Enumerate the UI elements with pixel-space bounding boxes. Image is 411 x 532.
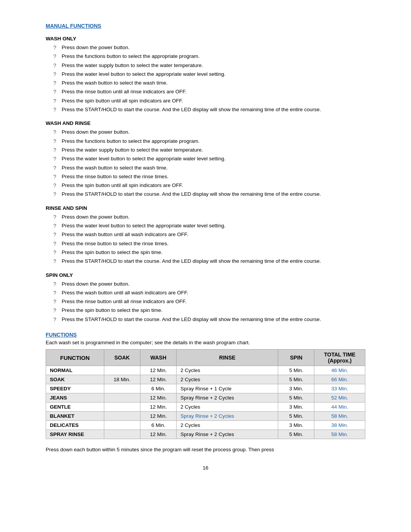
bullet-icon: ?	[53, 53, 60, 60]
page-number: 16	[46, 465, 365, 471]
bullet-icon: ?	[53, 97, 60, 105]
td-function: SPRAY RINSE	[46, 430, 104, 439]
td-rinse: 2 Cycles	[177, 375, 278, 384]
wash-and-rinse-section: WASH AND RINSE ?Press down the power but…	[46, 120, 365, 198]
td-soak	[104, 384, 140, 393]
td-spin: 3 Min.	[278, 384, 314, 393]
td-soak	[104, 430, 140, 439]
td-total: 33 Min.	[314, 384, 365, 393]
th-total-time: TOTAL TIME(Approx.)	[314, 350, 365, 366]
wash-and-rinse-heading: WASH AND RINSE	[46, 120, 365, 126]
td-wash: 12 Min.	[140, 430, 176, 439]
rinse-and-spin-list: ?Press down the power button. ?Press the…	[53, 213, 365, 265]
td-function: JEANS	[46, 393, 104, 403]
bullet-icon: ?	[53, 249, 60, 256]
td-wash: 12 Min.	[140, 403, 176, 412]
td-soak	[104, 393, 140, 403]
list-item: ?Press the rinse button to select the ri…	[53, 240, 365, 248]
td-spin: 5 Min.	[278, 430, 314, 439]
td-rinse: Spray Rinse + 2 Cycles	[177, 393, 278, 403]
bullet-icon: ?	[53, 164, 60, 172]
bullet-icon: ?	[53, 190, 60, 198]
bullet-icon: ?	[53, 280, 60, 288]
bullet-icon: ?	[53, 182, 60, 189]
list-item: ?Press the wash button until all wash in…	[53, 289, 365, 297]
bullet-icon: ?	[53, 146, 60, 154]
list-item: ?Press down the power button.	[53, 44, 365, 51]
list-item: ?Press the wash button to select the was…	[53, 79, 365, 87]
list-item: ?Press the START/HOLD to start the cours…	[53, 316, 365, 323]
spin-only-list: ?Press down the power button. ?Press the…	[53, 280, 365, 323]
bullet-icon: ?	[53, 257, 60, 265]
table-row: DELICATES6 Min.2 Cycles3 Min.38 Min.	[46, 421, 365, 430]
bullet-icon: ?	[53, 307, 60, 314]
list-item: ?Press down the power button.	[53, 128, 365, 136]
td-rinse: 2 Cycles	[177, 403, 278, 412]
functions-description: Each wash set is programmed in the compu…	[46, 340, 365, 345]
bullet-icon: ?	[53, 62, 60, 69]
table-row: BLANKET12 Min.Spray Rinse + 2 Cycles5 Mi…	[46, 412, 365, 421]
td-total: 38 Min.	[314, 421, 365, 430]
table-row: JEANS12 Min.Spray Rinse + 2 Cycles5 Min.…	[46, 393, 365, 403]
td-total: 46 Min.	[314, 366, 365, 375]
bullet-icon: ?	[53, 128, 60, 136]
td-spin: 5 Min.	[278, 366, 314, 375]
list-item: ?Press the water level button to select …	[53, 155, 365, 163]
td-soak	[104, 366, 140, 375]
bullet-icon: ?	[53, 289, 60, 297]
td-wash: 12 Min.	[140, 412, 176, 421]
bullet-icon: ?	[53, 240, 60, 248]
td-function: DELICATES	[46, 421, 104, 430]
bullet-icon: ?	[53, 79, 60, 87]
bullet-icon: ?	[53, 316, 60, 323]
spin-only-heading: SPIN ONLY	[46, 272, 365, 278]
list-item: ?Press the functions button to select th…	[53, 137, 365, 145]
td-wash: 12 Min.	[140, 375, 176, 384]
td-function: SPEEDY	[46, 384, 104, 393]
table-row: SPEEDY6 Min.Spray Rinse + 1 Cycle3 Min.3…	[46, 384, 365, 393]
list-item: ?Press the water level button to select …	[53, 222, 365, 230]
list-item: ?Press the START/HOLD to start the cours…	[53, 190, 365, 198]
th-wash: WASH	[140, 350, 176, 366]
table-row: GENTLE12 Min.2 Cycles3 Min.44 Min.	[46, 403, 365, 412]
list-item: ?Press the water level button to select …	[53, 70, 365, 78]
functions-table: FUNCTION SOAK WASH RINSE SPIN TOTAL TIME…	[46, 349, 365, 439]
td-spin: 3 Min.	[278, 421, 314, 430]
wash-only-list: ?Press down the power button. ?Press the…	[53, 44, 365, 113]
rinse-and-spin-section: RINSE AND SPIN ?Press down the power but…	[46, 205, 365, 265]
td-total: 66 Min.	[314, 375, 365, 384]
th-soak: SOAK	[104, 350, 140, 366]
spin-only-section: SPIN ONLY ?Press down the power button. …	[46, 272, 365, 323]
td-total: 52 Min.	[314, 393, 365, 403]
wash-only-heading: WASH ONLY	[46, 36, 365, 42]
list-item: ?Press the rinse button to select the ri…	[53, 173, 365, 181]
td-wash: 6 Min.	[140, 421, 176, 430]
list-item: ?Press the functions button to select th…	[53, 53, 365, 60]
td-total: 58 Min.	[314, 430, 365, 439]
th-spin: SPIN	[278, 350, 314, 366]
list-item: ?Press the rinse button until all rinse …	[53, 298, 365, 305]
td-spin: 5 Min.	[278, 375, 314, 384]
bullet-icon: ?	[53, 213, 60, 221]
bullet-icon: ?	[53, 137, 60, 145]
table-row: SOAK18 Min.12 Min.2 Cycles5 Min.66 Min.	[46, 375, 365, 384]
td-function: SOAK	[46, 375, 104, 384]
td-function: GENTLE	[46, 403, 104, 412]
td-soak	[104, 412, 140, 421]
td-rinse: 2 Cycles	[177, 421, 278, 430]
rinse-and-spin-heading: RINSE AND SPIN	[46, 205, 365, 211]
bullet-icon: ?	[53, 70, 60, 78]
list-item: ?Press the water supply button to select…	[53, 146, 365, 154]
th-rinse: RINSE	[177, 350, 278, 366]
bullet-icon: ?	[53, 44, 60, 51]
bullet-icon: ?	[53, 298, 60, 305]
list-item: ?Press the spin button until all spin in…	[53, 182, 365, 189]
functions-title: FUNCTIONS	[46, 332, 365, 338]
list-item: ?Press the START/HOLD to start the cours…	[53, 257, 365, 265]
td-function: BLANKET	[46, 412, 104, 421]
list-item: ?Press the spin button until all spin in…	[53, 97, 365, 105]
bullet-icon: ?	[53, 106, 60, 113]
td-wash: 6 Min.	[140, 384, 176, 393]
td-rinse: Spray Rinse + 2 Cycles	[177, 430, 278, 439]
list-item: ?Press down the power button.	[53, 213, 365, 221]
